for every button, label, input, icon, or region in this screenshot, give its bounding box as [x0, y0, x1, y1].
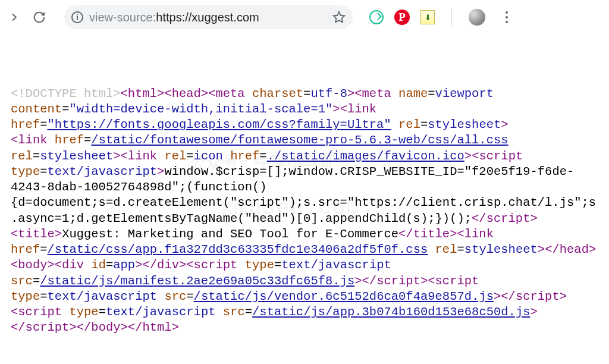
- source-token-tag: </div>: [142, 258, 186, 272]
- browser-toolbar: i view-source:https://xuggest.com P ⬇: [0, 0, 609, 34]
- source-token-tag: >: [135, 258, 142, 272]
- source-token-open: <link: [457, 227, 494, 241]
- source-token-attrval: utf-8: [310, 87, 347, 101]
- source-token-tag: </title>: [398, 227, 457, 241]
- source-token-tag: ipt>: [508, 212, 538, 225]
- source-token-attrval: text/javascript: [281, 258, 391, 272]
- source-token-attrname: type: [245, 258, 274, 272]
- source-token-attrname: href: [230, 149, 259, 163]
- source-token-tag: >: [464, 149, 472, 163]
- source-token-tag: >: [494, 290, 501, 303]
- source-token-attrname: href: [11, 243, 40, 256]
- site-info-icon[interactable]: i: [71, 11, 83, 23]
- source-token-link[interactable]: ./static/images/favicon.ico: [267, 149, 464, 163]
- toolbar-divider: [451, 8, 452, 26]
- source-token-tag: </html>: [128, 321, 179, 334]
- source-token-attrval: app: [113, 258, 135, 272]
- source-token-attrname: name: [398, 87, 428, 101]
- source-token-attrname: href: [55, 133, 84, 147]
- url-prefix: view-source:: [89, 11, 156, 24]
- source-token-link[interactable]: /static/fontawesome/fontawesome-pro-5.6.…: [91, 133, 508, 147]
- source-token-open: <script: [472, 149, 523, 163]
- extension-icons: P ⬇: [369, 8, 516, 26]
- profile-avatar[interactable]: [469, 9, 485, 26]
- address-bar[interactable]: i view-source:https://xuggest.com: [64, 5, 353, 29]
- reload-button[interactable]: [31, 9, 48, 26]
- source-token-open: <meta: [354, 87, 391, 101]
- source-token-doctype: <!DOCTYPE html>: [11, 87, 121, 101]
- grammarly-extension-icon[interactable]: [369, 10, 384, 24]
- source-token-link[interactable]: "https://fonts.googleapis.com/css?family…: [48, 118, 391, 131]
- source-token-tag: <html>: [121, 87, 165, 101]
- source-token-open: <script: [11, 305, 62, 319]
- url-text: view-source:https://xuggest.com: [89, 11, 327, 24]
- source-token-attrname: charset: [252, 87, 303, 101]
- source-token-tag: </scr: [362, 274, 399, 288]
- source-token-attrval: text/javascript: [48, 165, 158, 178]
- source-token-tag: >: [347, 87, 354, 101]
- source-token-attrname: src: [164, 290, 186, 303]
- source-token-tag: </body>: [77, 321, 128, 334]
- source-token-link[interactable]: /static/js/manifest.2ae2e69a05c33dfc65f8…: [40, 274, 354, 288]
- source-token-link[interactable]: /static/js/vendor.6c5152d6ca0f4a9e857d.j…: [194, 290, 494, 303]
- source-token-attrname: rel: [164, 149, 186, 163]
- source-token-attrval: icon: [194, 149, 223, 163]
- source-token-attrval: stylesheet: [428, 118, 501, 131]
- source-token-open: <meta: [208, 87, 245, 101]
- source-token-tag: >: [354, 274, 362, 288]
- bookmark-star-icon[interactable]: [332, 11, 346, 24]
- source-token-attrname: rel: [435, 243, 457, 256]
- source-token-attrname: id: [91, 258, 106, 272]
- source-token-attrname: src: [11, 274, 33, 288]
- kebab-menu-icon[interactable]: [501, 11, 513, 23]
- source-token-attrname: type: [11, 165, 40, 178]
- source-token-tag: >: [530, 305, 538, 319]
- source-token-attrname: type: [11, 290, 40, 303]
- source-token-tag: ipt>: [48, 321, 77, 334]
- source-token-tag: </head>: [545, 243, 596, 256]
- source-token-attrval: stylesheet: [464, 243, 538, 256]
- source-token-open: <link: [121, 149, 158, 163]
- source-token-attrname: rel: [398, 118, 420, 131]
- source-token-attrval: text/javascript: [106, 305, 216, 319]
- source-token-tag: <head>: [164, 87, 208, 101]
- source-token-tag: >: [113, 149, 120, 163]
- forward-button[interactable]: [6, 9, 23, 26]
- source-token-attrname: rel: [11, 149, 33, 163]
- download-extension-icon[interactable]: ⬇: [420, 10, 435, 24]
- source-token-tag: </scr: [501, 290, 538, 303]
- source-token-tag: >: [332, 102, 340, 116]
- source-token-tag: >: [157, 165, 164, 178]
- source-token-open: <div: [55, 258, 84, 272]
- source-token-attrname: type: [69, 305, 98, 319]
- source-token-attrval: "width=device-width,initial-scale=1": [69, 102, 332, 116]
- source-token-tag: >: [501, 118, 508, 131]
- pinterest-extension-icon[interactable]: P: [394, 10, 410, 25]
- source-token-tag: ipt>: [398, 274, 428, 288]
- source-token-tag: <body>: [11, 258, 55, 272]
- source-token-link[interactable]: /static/js/app.3b074b160d153e68c50d.js: [252, 305, 530, 319]
- source-token-attrname: src: [223, 305, 245, 319]
- source-token-open: <script: [428, 274, 479, 288]
- source-token-tag: <title>: [11, 227, 62, 241]
- source-token-attrname: content: [11, 102, 62, 116]
- source-token-open: <link: [340, 102, 377, 116]
- url-host: https://xuggest.com: [156, 11, 259, 24]
- source-token-attrname: href: [11, 118, 40, 131]
- source-token-open: <script: [186, 258, 237, 272]
- source-token-attrval: text/javascript: [48, 290, 158, 303]
- source-token-attrval: stylesheet: [40, 149, 113, 163]
- source-token-tag: </scr: [11, 321, 48, 334]
- source-token-tag: </scr: [472, 212, 508, 225]
- source-token-text: Xuggest: Marketing and SEO Tool for E-Co…: [62, 227, 398, 241]
- source-token-attrval: viewport: [435, 87, 494, 101]
- view-source-content[interactable]: 公众号：牛津小马哥 xmgseo.com <!DOCTYPE html><htm…: [0, 34, 609, 340]
- svg-marker-0: [334, 12, 344, 22]
- source-token-link[interactable]: /static/css/app.f1a327dd3c63335fdc1e3406…: [48, 243, 428, 256]
- source-token-open: <link: [11, 133, 48, 147]
- source-token-tag: ipt>: [538, 290, 567, 303]
- source-token-tag: >: [538, 243, 545, 256]
